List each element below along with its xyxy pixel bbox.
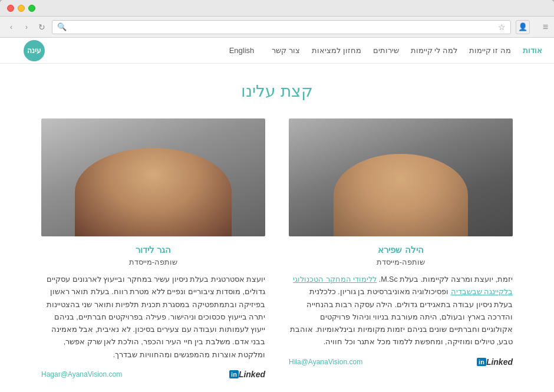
logo-circle: עינה: [24, 40, 45, 61]
member-photo-hila: [289, 118, 513, 236]
search-icon: 🔍: [57, 22, 67, 31]
page-title: קצת עלינו: [24, 81, 530, 101]
nav-logo[interactable]: עינה: [24, 40, 45, 61]
back-button[interactable]: ‹: [6, 22, 17, 32]
url-bar[interactable]: 🔍 ☆: [52, 20, 511, 34]
user-profile-icon[interactable]: 👤: [516, 20, 530, 34]
linkedin-hagar[interactable]: Linkedin: [229, 370, 265, 379]
team-member-hila: הילה שפירא שותפה-מייסדת יזמת, יועצת ומרצ…: [289, 118, 513, 379]
nav-item-english[interactable]: English: [229, 46, 255, 55]
linkedin-in-hila: in: [477, 358, 486, 366]
team-grid: הילה שפירא שותפה-מייסדת יזמת, יועצת ומרצ…: [24, 118, 530, 379]
member-title-hagar: שותפה-מייסדת: [41, 258, 265, 266]
linkedin-hila[interactable]: Linkedin: [476, 357, 513, 367]
title-bar: [0, 0, 554, 17]
main-content: קצת עלינו הילה שפירא שותפה-מייסדת יזמת, …: [0, 64, 554, 392]
refresh-button[interactable]: ↻: [37, 22, 47, 32]
bio-link-hila[interactable]: ללימודי המחקר הטכנולוגי בלקיינגה שבשבדיה: [293, 275, 513, 296]
email-hagar[interactable]: Hagar@AyanaVision.com: [41, 370, 122, 378]
linkedin-text-hagar: Linked: [239, 370, 265, 379]
bookmark-icon[interactable]: ☆: [498, 22, 506, 32]
member-name-hagar: הגר לידור: [41, 245, 265, 255]
nav-item-why-exists[interactable]: למה לי קיימות: [411, 46, 457, 55]
nav-item-toolkit[interactable]: מחזון למציאות: [312, 46, 361, 55]
email-hila[interactable]: Hila@AyanaVision.com: [289, 358, 362, 366]
member-footer-hila: Linkedin Hila@AyanaVision.com: [289, 357, 513, 367]
nav-bar: אודות מה זו קיימות למה לי קיימות שירותים…: [0, 38, 554, 64]
member-bio-hila: יזמת, יועצת ומרצה לקיימות. בעלת M.Sc. לל…: [289, 274, 513, 349]
traffic-lights: [7, 5, 35, 12]
nav-items: אודות מה זו קיימות למה לי קיימות שירותים…: [229, 46, 542, 55]
nav-item-services[interactable]: שירותים: [373, 46, 399, 55]
minimize-button[interactable]: [18, 5, 25, 12]
maximize-button[interactable]: [28, 5, 35, 12]
nav-item-contact[interactable]: צור קשר: [272, 46, 300, 55]
member-photo-hagar: [41, 118, 265, 236]
linkedin-in-hagar: in: [229, 370, 239, 378]
member-bio-hagar: יועצת אסטרטגית בעלת ניסיון עשיר במחקר וב…: [41, 274, 265, 361]
forward-button[interactable]: ›: [21, 22, 32, 32]
member-name-hila: הילה שפירא: [289, 245, 513, 255]
nav-item-about[interactable]: אודות: [523, 46, 542, 55]
member-title-hila: שותפה-מייסדת: [289, 258, 513, 266]
member-footer-hagar: Linkedin Hagar@AyanaVision.com: [41, 370, 265, 379]
close-button[interactable]: [7, 5, 14, 12]
logo-text: עינה: [27, 47, 41, 55]
team-member-hagar: הגר לידור שותפה-מייסדת יועצת אסטרטגית בע…: [41, 118, 265, 379]
browser-menu-button[interactable]: ≡: [543, 22, 548, 32]
address-bar: ‹ › ↻ 🔍 ☆ 👤 ≡: [0, 17, 554, 38]
nav-item-what-exists[interactable]: מה זו קיימות: [469, 46, 511, 55]
linkedin-text-hila: Linked: [486, 357, 513, 367]
